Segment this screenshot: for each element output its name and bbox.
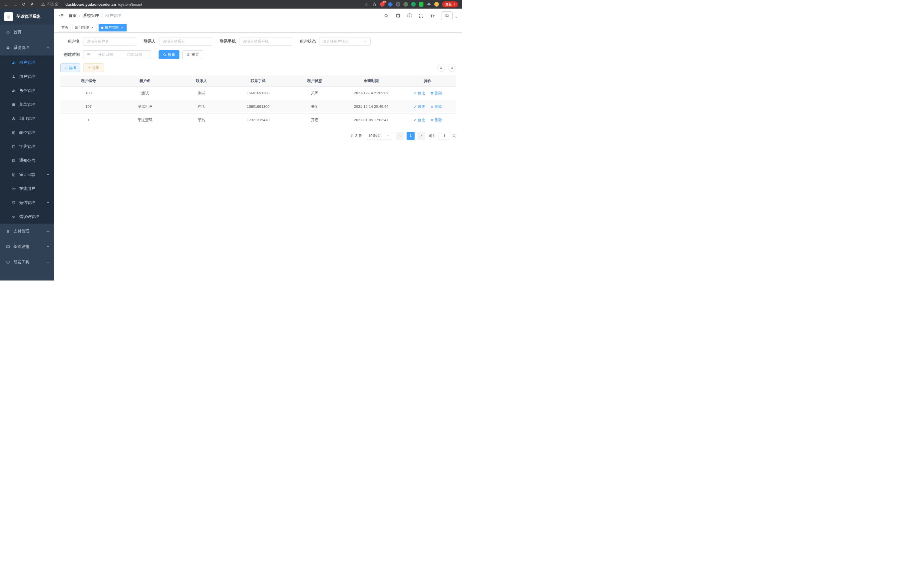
sidebar-item-label: 字典管理 (19, 144, 35, 149)
sidebar-item-sms[interactable]: 短信管理 (0, 196, 54, 210)
fullscreen-icon[interactable] (418, 13, 424, 18)
edit-link[interactable]: 修改 (413, 104, 425, 109)
goto-page-input[interactable] (439, 132, 450, 140)
prev-page-button[interactable] (396, 132, 404, 140)
sidebar-item-label: 角色管理 (19, 88, 35, 93)
update-button[interactable]: 更新 ⋮ (442, 2, 458, 8)
home-icon[interactable] (28, 1, 36, 8)
sidebar-item-role[interactable]: 角色管理 (0, 83, 54, 98)
reset-button[interactable]: 重置 (182, 50, 203, 59)
extensions-puzzle-icon[interactable] (427, 2, 431, 7)
message-icon (11, 159, 16, 163)
tab-home[interactable]: 首页 (59, 24, 71, 32)
sidebar-item-dict[interactable]: 字典管理 (0, 140, 54, 153)
address-bar[interactable]: 不安全 dashboard.yudao.iocoder.cn/system/te… (37, 2, 363, 7)
placeholder-text: 请输入联系手机 (243, 39, 268, 44)
sidebar-item-label: 系统管理 (14, 45, 29, 50)
breadcrumb-system[interactable]: 系统管理 (83, 13, 99, 18)
add-button[interactable]: + 新增 (60, 63, 80, 72)
extension-icon[interactable] (419, 2, 423, 7)
tenant-table: 租户编号 租户名 联系人 联系手机 租户状态 创建时间 操作 108 测试 测试 (60, 75, 456, 127)
edit-link[interactable]: 修改 (413, 117, 425, 123)
sidebar-item-label: 通知公告 (19, 158, 35, 163)
cell-phone: 15601691300 (230, 100, 286, 113)
cell-status: 开启 (286, 113, 343, 127)
sidebar-item-label: 岗位管理 (19, 130, 35, 135)
close-icon[interactable]: × (120, 26, 124, 30)
sidebar-item-notice[interactable]: 通知公告 (0, 153, 54, 168)
url-domain: dashboard.yudao.iocoder.cn (65, 2, 116, 7)
sidebar-item-online-users[interactable]: 在线用户 (0, 182, 54, 196)
tenant-name-input[interactable]: 请输入租户名 (83, 37, 136, 46)
user-icon (11, 75, 16, 79)
pagination-total: 共 3 条 (351, 133, 362, 138)
chevron-down-icon (364, 40, 367, 43)
refresh-table-button[interactable] (448, 64, 456, 72)
page-unit-label: 页 (452, 133, 456, 138)
extension-icon[interactable]: 10 (380, 2, 385, 7)
close-icon[interactable]: × (90, 26, 94, 30)
sidebar-item-menu[interactable]: 菜单管理 (0, 98, 54, 111)
sidebar-item-audit-log[interactable]: 审计日志 (0, 168, 54, 182)
sidebar-item-system[interactable]: 系统管理 (0, 40, 54, 56)
sidebar-item-payment[interactable]: ¥ 支付管理 (0, 224, 54, 239)
sidebar-item-home[interactable]: 首页 (0, 25, 54, 40)
cube-icon (6, 260, 10, 264)
sidebar-logo[interactable]: 芋道管理系统 (0, 9, 54, 25)
tab-dept[interactable]: 部门管理 × (73, 24, 97, 32)
delete-link[interactable]: 删除 (430, 117, 442, 123)
extension-icon[interactable] (411, 2, 416, 7)
github-icon[interactable] (395, 13, 400, 18)
sidebar-item-infrastructure[interactable]: 基础设施 (0, 239, 54, 254)
date-separator: - (118, 53, 122, 57)
sidebar-item-post[interactable]: 岗位管理 (0, 126, 54, 140)
toolbar-right (437, 64, 456, 72)
user-avatar-menu[interactable] (441, 11, 458, 20)
kebab-menu-icon[interactable]: ⋮ (453, 2, 457, 7)
warning-icon (41, 2, 45, 6)
edit-link[interactable]: 修改 (413, 91, 425, 96)
sidebar-item-label: 在线用户 (19, 186, 35, 191)
sidebar-item-dept[interactable]: 部门管理 (0, 111, 54, 126)
sidebar-item-user[interactable]: 用户管理 (0, 69, 54, 83)
delete-link[interactable]: 删除 (430, 104, 442, 109)
filter-tenant-name: 租户名 请输入租户名 (60, 37, 136, 46)
next-page-button[interactable] (417, 132, 425, 140)
contact-input[interactable]: 请输入联系人 (159, 37, 212, 46)
delete-link[interactable]: 删除 (430, 91, 442, 96)
share-icon[interactable] (364, 2, 369, 7)
placeholder-text: 请选择租户状态 (322, 39, 349, 44)
breadcrumb-home[interactable]: 首页 (69, 13, 76, 18)
extension-icon[interactable] (387, 2, 393, 7)
filter-contact: 联系人 请输入联系人 (144, 37, 212, 46)
code-icon (11, 215, 16, 219)
toggle-search-button[interactable] (437, 64, 445, 72)
bookmark-star-icon[interactable] (372, 2, 377, 7)
search-button[interactable]: 搜索 (159, 50, 179, 59)
sidebar-fold-icon[interactable] (59, 13, 64, 18)
extension-icon[interactable] (396, 2, 400, 7)
sidebar-item-errorcode[interactable]: 错误码管理 (0, 210, 54, 224)
cell-actions: 修改删除 (399, 100, 456, 113)
search-icon[interactable] (384, 13, 389, 18)
font-size-icon[interactable]: TT (430, 14, 435, 18)
back-icon[interactable]: ← (3, 1, 10, 8)
page-size-select[interactable]: 10条/页 (366, 132, 392, 140)
profile-avatar-icon[interactable] (434, 2, 439, 7)
reload-icon[interactable] (20, 1, 27, 8)
sidebar-item-devtools[interactable]: 研发工具 (0, 254, 54, 270)
export-button[interactable]: 导出 (83, 63, 104, 72)
sidebar-item-tenant[interactable]: 租户管理 (0, 56, 54, 69)
date-range-picker[interactable]: 开始日期 - 结束日期 (83, 50, 151, 59)
col-tenant-name: 租户名 (117, 75, 173, 86)
forward-icon[interactable]: → (11, 1, 19, 8)
extension-icon[interactable] (404, 2, 408, 7)
page-number-button[interactable]: 1 (406, 132, 415, 140)
tab-tenant[interactable]: 租户管理 × (99, 24, 127, 32)
phone-input[interactable]: 请输入联系手机 (239, 37, 292, 46)
chevron-down-icon (46, 245, 50, 248)
help-icon[interactable]: ? (407, 14, 412, 18)
sidebar-item-label: 菜单管理 (19, 102, 35, 107)
status-select[interactable]: 请选择租户状态 (319, 37, 370, 46)
table-row: 1 芋道源码 芋艿 17321315478 开启 2021-01-05 17:0… (60, 113, 456, 127)
